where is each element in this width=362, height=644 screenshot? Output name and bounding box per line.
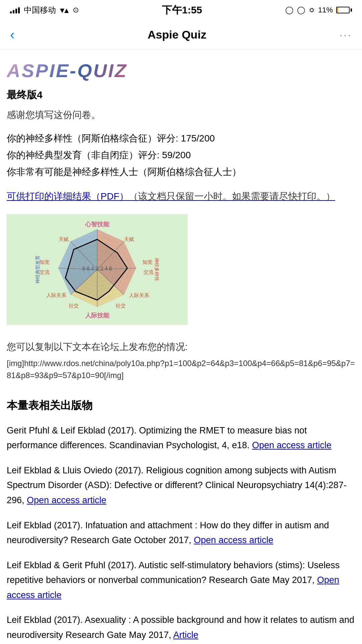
score-line-1: 你的神经多样性（阿斯伯格综合征）评分: 175/200 xyxy=(7,131,355,145)
battery-percent: 11% xyxy=(318,6,333,14)
svg-text:社交: 社交 xyxy=(69,303,79,308)
svg-text:天赋: 天赋 xyxy=(124,236,134,242)
logo-area: ASPIE-QUIZ xyxy=(7,60,355,81)
svg-text:知觉: 知觉 xyxy=(40,259,50,265)
nav-bar: ‹ Aspie Quiz ··· xyxy=(0,20,362,50)
svg-text:4: 4 xyxy=(105,266,108,272)
status-right: ◯ ◯ ≎ 11% xyxy=(285,6,352,14)
alarm-icon: ◯ xyxy=(297,6,305,14)
svg-text:2: 2 xyxy=(101,266,104,272)
pub-2-link[interactable]: Open access article xyxy=(27,495,106,505)
svg-text:交流: 交流 xyxy=(40,269,50,275)
headphone-icon: ≎ xyxy=(309,6,315,14)
version-title: 最终版4 xyxy=(7,88,355,102)
nav-title: Aspie Quiz xyxy=(147,28,206,41)
svg-text:6: 6 xyxy=(87,266,90,272)
status-bar: 中国移动 ▾▴ ⊙ 下午1:55 ◯ ◯ ≎ 11% xyxy=(0,0,362,20)
pub-3-text: Leif Ekblad (2017). Infatuation and atta… xyxy=(7,520,329,545)
pub-3-link[interactable]: Open access article xyxy=(194,535,273,545)
app-logo: ASPIE-QUIZ xyxy=(7,60,127,81)
pub-4-text: Leif Ekblad & Gerit Pfuhl (2017). Autist… xyxy=(7,560,340,585)
publications-section: 本量表相关出版物 Gerit Pfuhl & Leif Ekblad (2017… xyxy=(7,398,355,643)
radar-chart-container: 8 6 4 2 2 4 6 心智技能 天赋 天赋 知觉 知觉 神经典型发育 交流… xyxy=(7,214,188,327)
wifi-symbol: ⊙ xyxy=(73,6,79,14)
carrier-label: 中国移动 xyxy=(24,5,56,15)
pub-5-link[interactable]: Article xyxy=(173,630,198,640)
svg-text:人际技能: 人际技能 xyxy=(85,312,110,319)
lock-icon: ◯ xyxy=(285,6,294,14)
publication-4: Leif Ekblad & Gerit Pfuhl (2017). Autist… xyxy=(7,558,355,603)
conclusion-text: 你非常有可能是神经多样性人士（阿斯伯格综合征人士） xyxy=(7,165,355,179)
pdf-link[interactable]: 可供打印的详细结果（PDF）（该文档只保留一小时。如果需要请尽快打印。） xyxy=(7,189,355,204)
forum-section: 您可以复制以下文本在论坛上发布您的情况: [img]http://www.rdo… xyxy=(7,341,355,382)
svg-text:天赋: 天赋 xyxy=(59,236,69,242)
score-line-2: 你的神经典型发育（非自闭症）评分: 59/200 xyxy=(7,148,355,162)
publication-3: Leif Ekblad (2017). Infatuation and atta… xyxy=(7,518,355,548)
back-button[interactable]: ‹ xyxy=(10,27,14,42)
signal-icon xyxy=(10,7,20,13)
svg-text:4: 4 xyxy=(91,266,94,272)
svg-text:2: 2 xyxy=(96,266,99,272)
svg-text:人际关系: 人际关系 xyxy=(46,292,66,298)
forum-title: 您可以复制以下文本在论坛上发布您的情况: xyxy=(7,341,355,353)
thank-you-text: 感谢您填写这份问卷。 xyxy=(7,109,355,121)
svg-text:心智技能: 心智技能 xyxy=(85,221,110,228)
pdf-link-section: 可供打印的详细结果（PDF）（该文档只保留一小时。如果需要请尽快打印。） xyxy=(7,189,355,204)
svg-text:6: 6 xyxy=(109,266,112,272)
svg-text:知觉: 知觉 xyxy=(142,259,153,265)
forum-url: [img]http://www.rdos.net/china/poly10a.p… xyxy=(7,357,355,382)
pub-1-link[interactable]: Open access article xyxy=(252,440,331,450)
status-left: 中国移动 ▾▴ ⊙ xyxy=(10,5,79,15)
radar-chart: 8 6 4 2 2 4 6 心智技能 天赋 天赋 知觉 知觉 神经典型发育 交流… xyxy=(7,214,188,325)
svg-text:社交: 社交 xyxy=(116,303,126,308)
publication-2: Leif Ekblad & Lluis Oviedo (2017). Relig… xyxy=(7,463,355,508)
battery-icon xyxy=(336,7,352,13)
svg-text:神经多样性: 神经多样性 xyxy=(154,258,160,281)
wifi-icon: ▾▴ xyxy=(60,5,69,15)
publication-1: Gerit Pfuhl & Leif Ekblad (2017). Optimi… xyxy=(7,423,355,453)
svg-text:人际关系: 人际关系 xyxy=(129,292,149,298)
publications-title: 本量表相关出版物 xyxy=(7,398,355,413)
publication-5: Leif Ekblad (2017). Asexuality : A possi… xyxy=(7,612,355,642)
svg-text:8: 8 xyxy=(82,266,85,272)
main-content: ASPIE-QUIZ 最终版4 感谢您填写这份问卷。 你的神经多样性（阿斯伯格综… xyxy=(0,50,362,644)
more-button[interactable]: ··· xyxy=(340,28,352,41)
svg-text:交流: 交流 xyxy=(143,269,154,275)
time-display: 下午1:55 xyxy=(162,3,202,17)
